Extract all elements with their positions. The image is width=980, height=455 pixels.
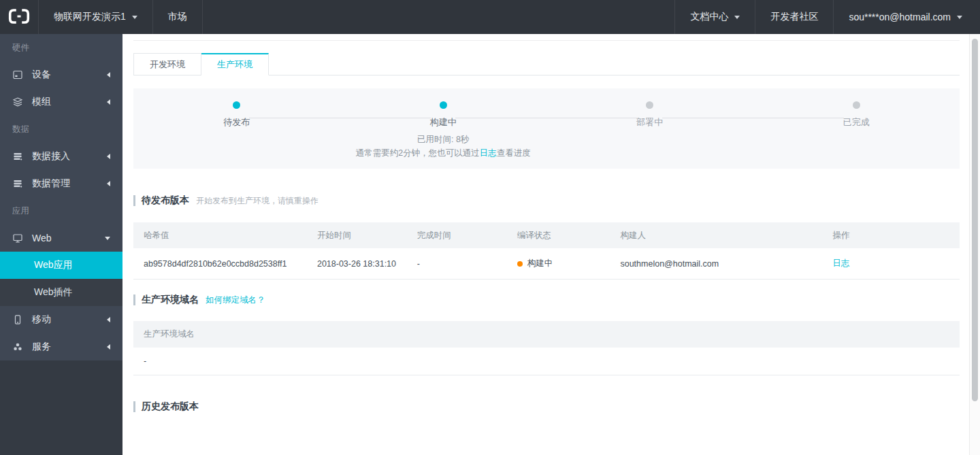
domain-section-head: 生产环境域名 如何绑定域名？: [133, 293, 960, 307]
pending-version-table: 哈希值 开始时间 完成时间 编译状态 构建人 操作 ab9578d4df2810…: [133, 222, 960, 280]
col-finish-time: 完成时间: [407, 230, 507, 241]
step-label: 构建中: [430, 116, 457, 129]
tab-prod-env[interactable]: 生产环境: [201, 53, 269, 75]
cell-start-time: 2018-03-26 18:31:10: [307, 259, 407, 269]
sidebar-item-service[interactable]: 服务: [0, 333, 122, 360]
step-label: 部署中: [636, 116, 663, 129]
chevron-collapsed-icon: [107, 72, 110, 78]
section-title: 历史发布版本: [142, 401, 199, 413]
chevron-down-icon: [734, 16, 740, 19]
brand-icon: [7, 7, 31, 27]
sidebar-section-hardware: 硬件: [0, 34, 122, 61]
chevron-expanded-icon: [105, 237, 110, 240]
account-email: sou****on@hotmail.com: [849, 12, 951, 22]
chevron-collapsed-icon: [107, 99, 110, 105]
sidebar-item-web[interactable]: Web: [0, 224, 122, 252]
service-icon: [12, 341, 23, 352]
data-access-icon: [12, 151, 23, 162]
env-tabs: 开发环境 生产环境: [133, 53, 960, 75]
data-manage-icon: [12, 178, 23, 189]
hint-prefix: 通常需要约2分钟，您也可以通过: [356, 148, 480, 158]
elapsed-time: 已用时间: 8秒: [356, 133, 531, 146]
step-dot: [233, 101, 240, 109]
col-builder: 构建人: [610, 230, 822, 241]
step-deploying: 部署中: [546, 101, 753, 129]
nav-docs-label: 文档中心: [690, 11, 728, 23]
bind-domain-help-link[interactable]: 如何绑定域名？: [206, 294, 265, 306]
status-text: 构建中: [527, 258, 553, 269]
module-icon: [12, 97, 23, 107]
step-pending-release: 待发布: [133, 101, 340, 129]
section-accent-bar: [133, 195, 135, 206]
table-header-row: 生产环境域名: [133, 321, 960, 348]
project-name: 物联网开发演示1: [54, 11, 126, 23]
scrollbar-thumb[interactable]: [972, 39, 978, 401]
log-link[interactable]: 日志: [480, 148, 497, 158]
sidebar-item-label: 数据管理: [32, 178, 107, 190]
nav-market[interactable]: 市场: [153, 0, 202, 34]
main-content: Web应用 › Web应用管理 › 开发环境/生产环境 开发环境 生产环境 待发…: [122, 0, 980, 434]
sidebar-item-label: Web应用: [34, 259, 73, 271]
step-completed: 已完成: [753, 101, 960, 129]
section-accent-bar: [133, 401, 135, 412]
section-label: 数据: [12, 124, 29, 135]
nav-docs[interactable]: 文档中心: [675, 0, 755, 34]
build-progress-panel: 待发布 构建中 部署中 已完成 已用时间: 8秒 通常需要约2分钟，您也可以通过…: [133, 88, 960, 169]
row-log-link[interactable]: 日志: [832, 258, 849, 268]
sidebar-item-module[interactable]: 模组: [0, 88, 122, 116]
sidebar-item-label: Web插件: [34, 286, 73, 299]
sidebar-item-label: Web: [32, 233, 105, 243]
nav-spacer: [203, 0, 675, 34]
hint-suffix: 查看进度: [497, 148, 531, 158]
sidebar-item-web-plugin[interactable]: Web插件: [0, 279, 122, 306]
sidebar-item-data-access[interactable]: 数据接入: [0, 143, 122, 170]
col-action: 操作: [822, 230, 960, 241]
chevron-collapsed-icon: [107, 154, 110, 159]
sidebar-item-label: 设备: [32, 69, 107, 81]
cell-builder: southmelon@hotmail.com: [610, 259, 822, 269]
cell-domain-value: -: [133, 356, 960, 366]
history-section-head: 历史发布版本: [133, 400, 960, 414]
sidebar-menu: 硬件 设备 模组 数据: [0, 34, 122, 360]
step-dot: [853, 101, 860, 109]
account-menu[interactable]: sou****on@hotmail.com: [834, 0, 980, 34]
status-dot-building: [517, 261, 523, 267]
mobile-icon: [12, 314, 23, 325]
nav-community[interactable]: 开发者社区: [755, 0, 833, 34]
sidebar-item-data-manage[interactable]: 数据管理: [0, 170, 122, 197]
section-accent-bar: [133, 294, 135, 305]
project-switcher[interactable]: 物联网开发演示1: [39, 0, 152, 34]
sidebar-item-label: 模组: [32, 96, 107, 108]
top-navbar: 物联网开发演示1 市场 文档中心 开发者社区 sou****on@hotmail…: [0, 0, 980, 34]
app-logo[interactable]: [0, 0, 38, 34]
scrollbar-track[interactable]: [969, 34, 980, 455]
device-icon: [12, 69, 23, 80]
section-title: 待发布版本: [142, 195, 189, 207]
cell-action: 日志: [822, 258, 960, 269]
table-row: -: [133, 348, 960, 375]
progress-steps: 待发布 构建中 部署中 已完成: [133, 101, 960, 129]
step-label: 待发布: [223, 116, 250, 129]
step-dot: [440, 101, 447, 109]
chevron-down-icon: [957, 16, 962, 19]
step-label: 已完成: [843, 116, 870, 129]
col-domain: 生产环境域名: [133, 328, 960, 340]
table-row: ab9578d4df2810b62e0ccbd8d2538ff1 2018-03…: [133, 248, 960, 280]
section-subtitle: 开始发布到生产环境，请慎重操作: [196, 195, 318, 207]
sidebar-item-web-app[interactable]: Web应用: [0, 252, 122, 279]
section-label: 硬件: [12, 42, 29, 54]
build-hint: 通常需要约2分钟，您也可以通过日志查看进度: [356, 146, 531, 160]
chevron-collapsed-icon: [107, 181, 110, 186]
cell-hash: ab9578d4df2810b62e0ccbd8d2538ff1: [133, 259, 307, 269]
col-start-time: 开始时间: [307, 230, 407, 241]
col-compile-status: 编译状态: [507, 230, 610, 241]
section-title: 生产环境域名: [142, 294, 199, 306]
pending-version-section-head: 待发布版本 开始发布到生产环境，请慎重操作: [133, 194, 960, 207]
tab-dev-env[interactable]: 开发环境: [133, 53, 201, 75]
sidebar-item-device[interactable]: 设备: [0, 61, 122, 88]
section-label: 应用: [12, 205, 29, 217]
domain-table: 生产环境域名 -: [133, 321, 960, 375]
sidebar-item-mobile[interactable]: 移动: [0, 306, 122, 333]
build-info: 已用时间: 8秒 通常需要约2分钟，您也可以通过日志查看进度: [356, 133, 531, 160]
table-header-row: 哈希值 开始时间 完成时间 编译状态 构建人 操作: [133, 222, 960, 248]
